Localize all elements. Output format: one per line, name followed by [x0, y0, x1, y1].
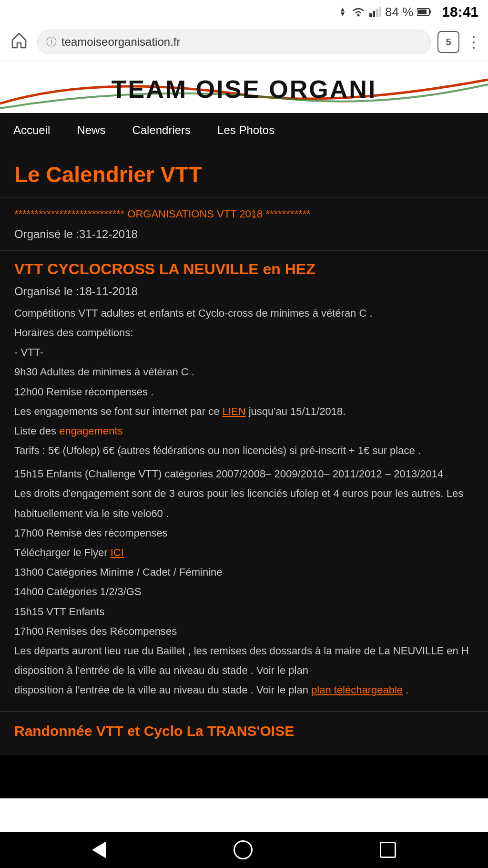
organisations-header: *************************** ORGANISATION… [14, 207, 474, 222]
ici-link[interactable]: ICI [111, 547, 124, 558]
svg-rect-5 [376, 9, 378, 17]
event-text-930: 9h30 Adultes de minimes à vétéran C . [14, 363, 474, 380]
svg-rect-6 [379, 7, 381, 17]
nav-bar: Accueil News Calendriers Les Photos [0, 113, 488, 147]
wifi-icon [352, 7, 365, 17]
event-text-departs: disposition à l'entrée de la ville au ni… [14, 662, 474, 679]
nav-news[interactable]: News [63, 113, 119, 147]
page-title: Le Calendrier VTT [14, 162, 474, 187]
svg-rect-3 [369, 13, 372, 17]
browser-bar: ⓘ teamoiseorganisation.fr 5 ⋮ [0, 24, 488, 61]
event-text-liste-line: Liste des engagements [14, 423, 474, 439]
home-icon [10, 31, 28, 49]
svg-rect-8 [429, 10, 431, 13]
event-text-1300: 14h00 Catégories 1/2/3/GS [14, 583, 474, 600]
page-title-section: Le Calendrier VTT [0, 147, 488, 197]
event-text-engagements-line: Les engagements se font sur internet par… [14, 403, 474, 420]
event-cyclocross-date: Organisé le :18-11-2018 [14, 285, 474, 298]
event-text-engagements-suffix: jusqu'au 15/11/2018. [246, 405, 346, 417]
event-text-engagements-prefix: Les engagements se font sur internet par… [14, 405, 223, 417]
event-text-flyer-line: Télécharger le Flyer ICI [14, 544, 474, 561]
organisations-section: *************************** ORGANISATION… [0, 197, 488, 251]
event-text-1400: 15h15 VTT Enfants [14, 603, 474, 620]
info-icon: ⓘ [46, 35, 57, 49]
event-text-vtt: - VTT- [14, 344, 474, 361]
site-logo: TEAM OISE ORGANI [0, 70, 488, 108]
status-icons: 84 % [337, 5, 431, 20]
bottom-title-section: Randonnée VTT et Cyclo La TRANS'OISE [0, 712, 488, 746]
main-content: Le Calendrier VTT **********************… [0, 147, 488, 755]
event-text-velo60: habituellement via le site velo60 . [14, 505, 474, 522]
menu-button[interactable]: ⋮ [466, 33, 480, 51]
site-header: TEAM OISE ORGANI [0, 61, 488, 113]
site-title: TEAM OISE ORGANI [102, 70, 386, 108]
event-text-competitions: Compétitions VTT adultes et enfants et C… [14, 305, 474, 321]
event-cyclocross-title: VTT CYCLOCROSS LA NEUVILLE en HEZ [14, 260, 474, 278]
engagements-link[interactable]: engagements [59, 425, 122, 437]
nav-accueil[interactable]: Accueil [0, 113, 63, 147]
event-text-horaires: Horaires des compétions: [14, 324, 474, 341]
svg-rect-4 [373, 11, 375, 17]
event-text-1515: 15h15 Enfants (Challenge VTT) catégories… [14, 465, 474, 482]
svg-marker-0 [341, 8, 345, 11]
event-text-1200: 12h00 Remise récompenses . [14, 383, 474, 400]
event-text-tarifs: Tarifs : 5€ (Ufolep) 6€ (autres fédérati… [14, 442, 474, 459]
browser-home-button[interactable] [8, 29, 30, 55]
signal-icon [369, 7, 381, 17]
battery-icon [417, 8, 431, 16]
lien-link[interactable]: LIEN [223, 405, 246, 417]
url-bar[interactable]: ⓘ teamoiseorganisation.fr [37, 30, 431, 54]
event-text-flyer-prefix: Télécharger le Flyer [14, 547, 111, 558]
time-display: 18:41 [442, 4, 478, 20]
svg-marker-1 [341, 12, 345, 16]
svg-rect-9 [418, 10, 427, 14]
event-text-1700b: Les départs auront lieu rue du Baillet ,… [14, 642, 474, 659]
event-text-1700: 17h00 Remise des récompenses [14, 525, 474, 541]
event-text-plan-suffix: . [403, 684, 408, 696]
plan-link[interactable]: plan téléchargeable [311, 684, 403, 696]
nav-calendriers[interactable]: Calendriers [119, 113, 204, 147]
event-text-cyclocross: 13h00 Catégories Minime / Cadet / Fémini… [14, 564, 474, 580]
url-text: teamoiseorganisation.fr [61, 35, 180, 49]
organisations-date: Organisé le :31-12-2018 [14, 227, 474, 241]
event-text-plan-line: disposition à l'entrée de la ville au ni… [14, 682, 474, 698]
event-text-droits: Les droits d'engagement sont de 3 euros … [14, 485, 474, 502]
bottom-event-title: Randonnée VTT et Cyclo La TRANS'OISE [14, 723, 474, 739]
event-text-liste-prefix: Liste des [14, 425, 59, 437]
status-bar: 84 % 18:41 [0, 0, 488, 24]
tabs-button[interactable]: 5 [437, 31, 459, 53]
tabs-count: 5 [446, 37, 451, 48]
event-text-1515b: 17h00 Remises des Récompenses [14, 623, 474, 640]
event-text-plan-prefix: disposition à l'entrée de la ville au ni… [14, 684, 311, 696]
svg-point-2 [357, 14, 360, 17]
data-icon [337, 7, 348, 17]
battery-text: 84 % [385, 5, 413, 20]
event-cyclocross-section: VTT CYCLOCROSS LA NEUVILLE en HEZ Organi… [0, 251, 488, 712]
nav-photos[interactable]: Les Photos [204, 113, 288, 147]
